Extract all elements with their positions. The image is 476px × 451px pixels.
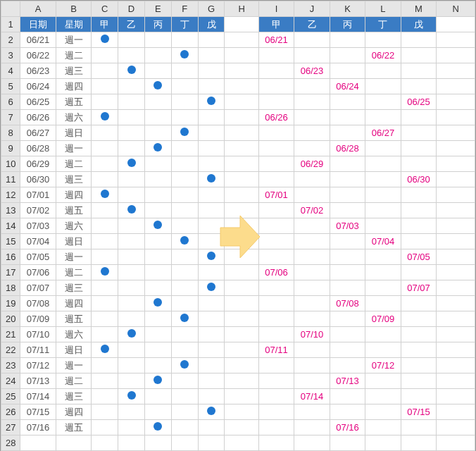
cell-J24[interactable]: [294, 373, 330, 389]
col-header-K[interactable]: K: [330, 1, 365, 17]
cell-A9[interactable]: 06/28: [20, 141, 56, 156]
cell-F5[interactable]: [171, 79, 198, 94]
cell-J26[interactable]: [294, 404, 330, 420]
cell-K24[interactable]: 07/13: [330, 373, 365, 389]
row-header-6[interactable]: 6: [1, 94, 20, 110]
cell-J7[interactable]: [294, 110, 330, 125]
cell-D11[interactable]: [118, 172, 145, 187]
cell-J3[interactable]: [294, 48, 330, 63]
cell-D8[interactable]: [118, 125, 145, 141]
cell-M18[interactable]: 07/07: [401, 280, 436, 296]
cell-N7[interactable]: [437, 110, 475, 125]
cell-F25[interactable]: [171, 389, 198, 404]
cell-A22[interactable]: 07/11: [20, 342, 56, 358]
cell-G11[interactable]: [198, 172, 225, 187]
cell-F3[interactable]: [171, 48, 198, 63]
row-header-16[interactable]: 16: [1, 249, 20, 265]
cell-K3[interactable]: [330, 48, 365, 63]
cell-B16[interactable]: 週一: [56, 249, 91, 265]
col-header-B[interactable]: B: [56, 1, 91, 17]
cell-E14[interactable]: [144, 218, 171, 234]
cell-A14[interactable]: 07/03: [20, 218, 56, 234]
cell-F28[interactable]: [171, 435, 198, 451]
cell-F22[interactable]: [171, 342, 198, 358]
cell-H8[interactable]: [225, 125, 258, 141]
cell-F8[interactable]: [171, 125, 198, 141]
cell-L23[interactable]: 07/12: [365, 358, 401, 373]
cell-E15[interactable]: [144, 234, 171, 249]
cell-N21[interactable]: [437, 327, 475, 342]
cell-F7[interactable]: [171, 110, 198, 125]
cell-A4[interactable]: 06/23: [20, 63, 56, 79]
cell-H24[interactable]: [225, 373, 258, 389]
cell-E3[interactable]: [144, 48, 171, 63]
cell-N3[interactable]: [437, 48, 475, 63]
cell-I24[interactable]: [258, 373, 294, 389]
cell-C3[interactable]: [92, 48, 118, 63]
cell-A17[interactable]: 07/06: [20, 265, 56, 280]
cell-A13[interactable]: 07/02: [20, 203, 56, 218]
cell-C22[interactable]: [92, 342, 118, 358]
cell-M3[interactable]: [401, 48, 436, 63]
cell-K12[interactable]: [330, 187, 365, 203]
cell-K18[interactable]: [330, 280, 365, 296]
cell-N27[interactable]: [437, 420, 475, 435]
cell-I19[interactable]: [258, 296, 294, 311]
cell-H16[interactable]: [225, 249, 258, 265]
cell-C9[interactable]: [92, 141, 118, 156]
cell-L16[interactable]: [365, 249, 401, 265]
cell-D14[interactable]: [118, 218, 145, 234]
cell-D17[interactable]: [118, 265, 145, 280]
cell-B12[interactable]: 週四: [56, 187, 91, 203]
cell-N10[interactable]: [437, 156, 475, 172]
cell-E9[interactable]: [144, 141, 171, 156]
cell-D22[interactable]: [118, 342, 145, 358]
col-header-N[interactable]: N: [437, 1, 475, 17]
row-header-24[interactable]: 24: [1, 373, 20, 389]
cell-K8[interactable]: [330, 125, 365, 141]
cell-I7[interactable]: 06/26: [258, 110, 294, 125]
cell-I28[interactable]: [258, 435, 294, 451]
cell-G20[interactable]: [198, 311, 225, 327]
cell-N12[interactable]: [437, 187, 475, 203]
cell-F15[interactable]: [171, 234, 198, 249]
cell-B7[interactable]: 週六: [56, 110, 91, 125]
cell-G8[interactable]: [198, 125, 225, 141]
cell-I16[interactable]: [258, 249, 294, 265]
cell-L24[interactable]: [365, 373, 401, 389]
row-header-8[interactable]: 8: [1, 125, 20, 141]
cell-A23[interactable]: 07/12: [20, 358, 56, 373]
cell-N16[interactable]: [437, 249, 475, 265]
cell-J6[interactable]: [294, 94, 330, 110]
cell-A27[interactable]: 07/16: [20, 420, 56, 435]
cell-F21[interactable]: [171, 327, 198, 342]
cell-J10[interactable]: 06/29: [294, 156, 330, 172]
cell-C7[interactable]: [92, 110, 118, 125]
row-header-18[interactable]: 18: [1, 280, 20, 296]
cell-K1[interactable]: 丙: [330, 17, 365, 32]
cell-D9[interactable]: [118, 141, 145, 156]
cell-I8[interactable]: [258, 125, 294, 141]
cell-B15[interactable]: 週日: [56, 234, 91, 249]
cell-K11[interactable]: [330, 172, 365, 187]
cell-N20[interactable]: [437, 311, 475, 327]
cell-E25[interactable]: [144, 389, 171, 404]
cell-C27[interactable]: [92, 420, 118, 435]
cell-J21[interactable]: 07/10: [294, 327, 330, 342]
cell-A6[interactable]: 06/25: [20, 94, 56, 110]
cell-H25[interactable]: [225, 389, 258, 404]
cell-K23[interactable]: [330, 358, 365, 373]
cell-A20[interactable]: 07/09: [20, 311, 56, 327]
cell-H7[interactable]: [225, 110, 258, 125]
cell-E10[interactable]: [144, 156, 171, 172]
cell-E4[interactable]: [144, 63, 171, 79]
cell-J17[interactable]: [294, 265, 330, 280]
cell-I14[interactable]: [258, 218, 294, 234]
cell-H15[interactable]: [225, 234, 258, 249]
col-header-J[interactable]: J: [294, 1, 330, 17]
cell-G23[interactable]: [198, 358, 225, 373]
row-header-28[interactable]: 28: [1, 435, 20, 451]
cell-I5[interactable]: [258, 79, 294, 94]
cell-A12[interactable]: 07/01: [20, 187, 56, 203]
cell-H22[interactable]: [225, 342, 258, 358]
